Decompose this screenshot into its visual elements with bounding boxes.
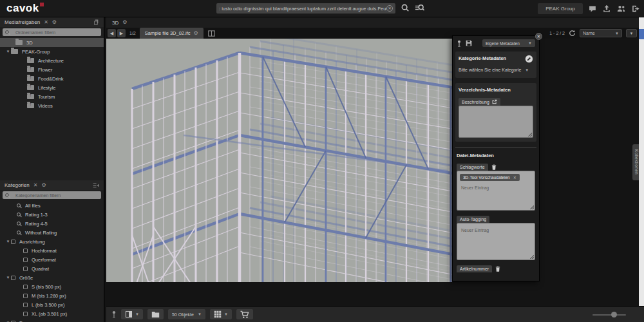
advanced-search-icon[interactable] [415,3,424,12]
collections-flyout-tab[interactable]: Kollektionen [632,144,639,180]
folder-row-3d[interactable]: 3D [0,38,104,47]
checkbox[interactable] [11,240,15,244]
folder-view-button[interactable] [147,309,164,319]
save-icon[interactable] [466,40,472,46]
checkbox[interactable] [23,267,28,271]
global-search[interactable]: ✕ [216,3,395,14]
category-quadrat[interactable]: Quadrat [0,264,104,273]
topbar-right-cluster: PEAK Group [538,2,640,15]
auto-tagging-placeholder[interactable]: Neuer Eintrag [461,225,531,232]
group-button[interactable]: PEAK Group [538,3,583,14]
metadata-preset-select[interactable]: Eigene Metadaten ▼ [482,39,535,47]
file-tab-settings-icon[interactable]: ⚙ [194,31,198,36]
category-select[interactable]: Bitte wählen Sie eine Kategorie ▼ [459,66,533,74]
checkbox[interactable] [23,294,28,298]
folder-row-videos[interactable]: Videos [0,101,104,110]
category-size-m[interactable]: M (bis 1.280 px) [0,291,104,300]
logout-icon[interactable] [631,5,640,13]
pin-icon[interactable] [457,40,462,47]
folder-filter-input[interactable] [15,30,99,35]
folder-row-architecture[interactable]: Architecture [0,56,104,65]
category-group-label: Ausrichtung [19,239,45,245]
categories-settings-icon[interactable]: ⚙ [41,183,46,188]
folder-row-lifestyle[interactable]: Lifestyle [0,83,104,92]
panel-layout-button[interactable]: ▼ [121,309,143,319]
checkbox[interactable] [23,249,28,253]
auto-tagging-box[interactable]: Neuer Eintrag [457,223,535,260]
file-metadata-section: Datei-Metadaten Schlagworte 3D-Tool Vors… [457,153,535,272]
folder-filter[interactable] [3,28,101,36]
users-icon[interactable] [616,5,626,13]
checkbox[interactable] [11,276,15,280]
grid-view-button[interactable]: ▼ [210,309,232,319]
viewer-3d[interactable] [106,39,452,282]
upload-icon[interactable] [602,5,611,13]
file-pager: 1/2 [129,31,136,35]
chat-icon[interactable] [588,5,597,13]
sort-field-select[interactable]: Name ▼ [580,29,622,37]
object-count-select[interactable]: 50 Objekte ▼ [168,309,205,319]
keywords-tag-box[interactable]: 3D-Tool Vorschaudateien ✕ Neuer Eintrag [457,171,535,211]
trash-icon[interactable] [495,266,500,272]
refresh-icon[interactable] [569,30,576,37]
pin-icon[interactable] [111,310,117,318]
caret-down-icon[interactable]: ▼ [5,50,11,53]
remove-tag-icon[interactable]: ✕ [513,175,516,180]
media-shares-settings-icon[interactable]: ⚙ [52,20,57,25]
keyword-tag[interactable]: 3D-Tool Vorschaudateien ✕ [460,174,520,181]
checkbox[interactable] [23,303,28,307]
categories-close-icon[interactable]: ✕ [33,183,38,188]
folder-row-tourism[interactable]: Tourism [0,92,104,101]
category-querformat[interactable]: Querformat [0,255,104,264]
checkbox[interactable] [23,258,28,262]
smart-search-rating-1-3[interactable]: Rating 1-3 [0,210,104,219]
category-filter[interactable] [3,191,101,199]
sort-direction-button[interactable]: ▼ [626,29,637,37]
category-label: L (bis 3.500 px) [32,302,64,308]
category-size-l[interactable]: L (bis 3.500 px) [0,300,104,309]
active-file-tab[interactable]: Sample file 3D_02.ifc ⚙ [140,28,204,39]
categories-title: Kategorien [5,182,30,188]
caret-down-icon[interactable]: ▼ [5,240,11,243]
cart-button[interactable] [236,309,253,319]
external-link-icon[interactable] [492,99,497,104]
smart-search-all-files[interactable]: All files [0,201,104,210]
smart-search-rating-4-5[interactable]: Rating 4-5 [0,219,104,228]
checkbox[interactable] [23,312,28,316]
edit-category-icon[interactable] [525,55,533,63]
new-keyword-placeholder[interactable]: Neuer Eintrag [461,185,531,190]
category-size-s[interactable]: S (bis 500 px) [0,282,104,291]
category-group-typ[interactable]: ▼ Typ [0,318,104,322]
category-group-groesse[interactable]: ▼ Größe [0,273,104,282]
workspace-settings-icon[interactable]: ⚙ [122,20,127,25]
trash-icon[interactable] [491,164,497,170]
category-label: Hochformat [32,248,57,254]
category-size-xl[interactable]: XL (ab 3.501 px) [0,309,104,318]
search-clear-icon[interactable]: ✕ [386,5,393,12]
article-number-field-label: Artikelnummer [457,265,492,272]
right-scroll-strip[interactable] [639,17,644,306]
category-hochformat[interactable]: Hochformat [0,246,104,255]
search-icon[interactable] [401,3,410,12]
global-search-input[interactable] [219,6,386,12]
split-view-icon[interactable] [208,30,215,37]
slider-thumb[interactable] [611,312,617,317]
description-textarea[interactable] [459,106,533,138]
metadata-panel-body: Eigene Metadaten ▼ Kategorie-Metadaten B… [453,36,539,281]
category-filter-input[interactable] [15,193,99,198]
metadata-close-icon[interactable]: ✕ [535,33,542,40]
caret-down-icon[interactable]: ▼ [5,276,11,279]
directory-metadata-section: Verzeichnis-Metadaten Beschreibung [455,83,536,142]
next-file-button[interactable]: ▶ [117,29,126,37]
folder-row-flower[interactable]: Flower [0,65,104,74]
categories-collapse-icon[interactable] [93,183,99,188]
media-shares-duplicate-icon[interactable] [93,19,99,25]
smart-search-without-rating[interactable]: Without Rating [0,228,104,237]
checkbox[interactable] [23,285,28,289]
folder-row-food-drink[interactable]: Food&Drink [0,74,104,83]
thumbnail-size-slider[interactable] [592,314,626,316]
media-shares-close-icon[interactable]: ✕ [44,20,48,25]
prev-file-button[interactable]: ◀ [108,29,116,37]
category-group-ausrichtung[interactable]: ▼ Ausrichtung [0,237,104,246]
folder-row-peak-group[interactable]: ▼ PEAK-Group [0,47,104,56]
